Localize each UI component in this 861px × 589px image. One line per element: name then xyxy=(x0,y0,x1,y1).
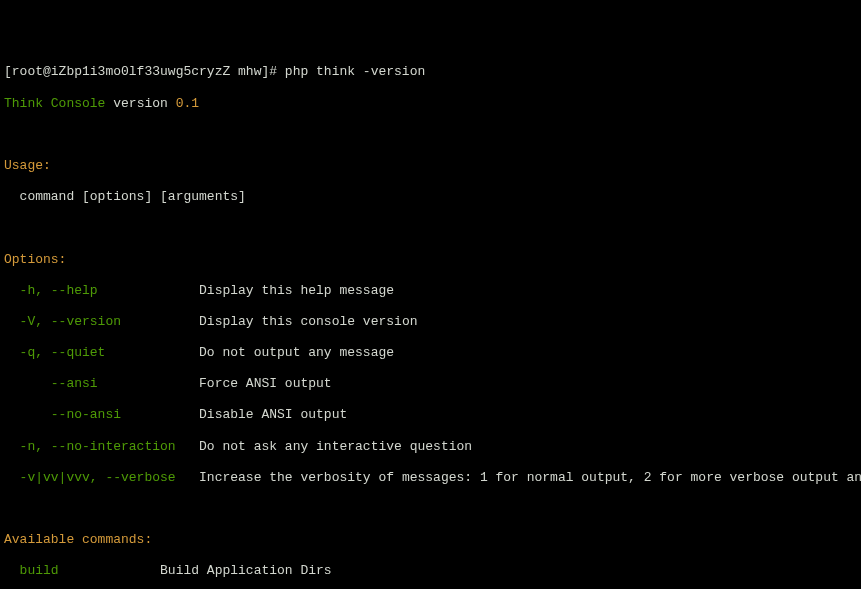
command-row: build Build Application Dirs xyxy=(4,563,857,579)
option-row: --no-ansi Disable ANSI output xyxy=(4,407,857,423)
command-prompt: [root@iZbp1i3mo0lf33uwg5cryzZ mhw]# php … xyxy=(4,64,857,80)
option-row: -n, --no-interaction Do not ask any inte… xyxy=(4,439,857,455)
option-row: -V, --version Display this console versi… xyxy=(4,314,857,330)
console-banner: Think Console version 0.1 xyxy=(4,96,857,112)
available-header: Available commands: xyxy=(4,532,857,548)
usage-line: command [options] [arguments] xyxy=(4,189,857,205)
options-header: Options: xyxy=(4,252,857,268)
option-row: -q, --quiet Do not output any message xyxy=(4,345,857,361)
option-row: -h, --help Display this help message xyxy=(4,283,857,299)
blank-line xyxy=(4,220,857,236)
usage-header: Usage: xyxy=(4,158,857,174)
option-row: --ansi Force ANSI output xyxy=(4,376,857,392)
blank-line xyxy=(4,127,857,143)
option-row: -v|vv|vvv, --verbose Increase the verbos… xyxy=(4,470,857,486)
blank-line xyxy=(4,501,857,517)
